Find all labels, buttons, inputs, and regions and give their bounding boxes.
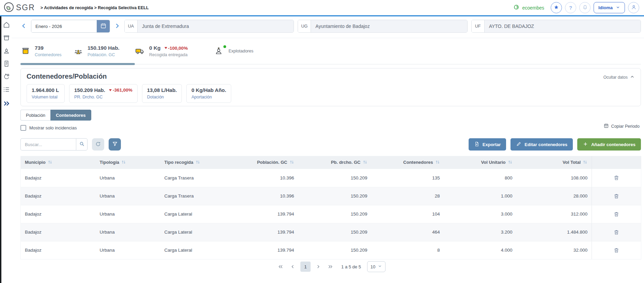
delete-row-button[interactable] <box>612 192 621 201</box>
sidebar-item-operators[interactable] <box>3 47 10 54</box>
column-header-tipologia[interactable]: Tipología <box>96 156 160 169</box>
sort-icon[interactable] <box>583 160 587 166</box>
sidebar-expand-button[interactable] <box>3 100 10 107</box>
sort-icon[interactable] <box>508 160 513 166</box>
truck-icon <box>135 46 145 56</box>
kpi-card-dotacion: 13,08 L/Hab. Dotación <box>142 84 182 103</box>
chevron-left-icon <box>20 25 27 30</box>
column-header-vol-total[interactable]: Vol Total <box>517 156 592 169</box>
online-status-dot <box>223 45 226 48</box>
table-toolbar: Exportar Editar contenedores Añadir cont… <box>20 138 641 151</box>
sidebar-item-processes[interactable] <box>3 73 10 80</box>
export-button[interactable]: Exportar <box>469 138 506 151</box>
table-header-row: Municipio Tipología Tipo recogida Poblac… <box>21 156 641 169</box>
sidebar <box>0 16 12 283</box>
sort-icon[interactable] <box>121 160 126 166</box>
column-header-tipo-recogida[interactable]: Tipo recogida <box>160 156 225 169</box>
tab-recogida-entregada[interactable]: 0 Kg -100,00% Recogida entregada <box>135 38 214 64</box>
column-header-pb-drcho-gc[interactable]: Pb. drcho. GC <box>298 156 372 169</box>
app-logo[interactable]: SGR <box>3 2 35 14</box>
sidebar-nav <box>1 21 12 107</box>
column-header-poblacion-gc[interactable]: Población. GC <box>225 156 298 169</box>
edit-containers-button[interactable]: Editar contenedores <box>511 138 573 151</box>
copy-period-button[interactable]: Copiar Periodo <box>603 123 640 129</box>
user-menu-button[interactable] <box>628 2 639 13</box>
ecoembes-brand: ecoembes <box>513 3 545 12</box>
pencil-icon <box>516 141 521 148</box>
cell-tipo-recogida: Carga Trasera <box>160 169 225 187</box>
cell-vol-total: 312.000 <box>517 205 592 223</box>
population-value: 150.190 Hab. <box>88 45 120 51</box>
ecoembes-logo-icon <box>513 3 521 12</box>
language-selector[interactable]: Idioma <box>594 2 625 13</box>
first-page-button[interactable] <box>276 263 285 271</box>
incidences-checkbox[interactable] <box>20 125 26 131</box>
tab-contenedores[interactable]: 739 Contenedores <box>20 38 73 64</box>
double-chevron-left-icon <box>278 264 283 269</box>
kpi-card-aportacion: 0 Kg/Hab Año. Aportación <box>186 84 231 103</box>
cell-vol-total: 108.000 <box>517 169 592 187</box>
help-button[interactable]: ? <box>565 2 576 13</box>
tab-poblacion-gc[interactable]: 150.190 Hab. Población. GC <box>73 38 135 64</box>
hide-data-toggle[interactable]: Ocultar datos <box>603 74 635 80</box>
uf-field[interactable]: UF AYTO. DE BADAJOZ <box>471 20 641 33</box>
sort-icon[interactable] <box>435 160 440 166</box>
calendar-button[interactable] <box>97 20 110 32</box>
delete-row-button[interactable] <box>612 228 621 237</box>
delete-row-button[interactable] <box>612 210 621 219</box>
column-header-municipio[interactable]: Municipio <box>21 156 96 169</box>
kpi-value: 0 Kg/Hab Año. <box>191 87 226 93</box>
chevron-down-icon <box>616 5 620 11</box>
search-button[interactable] <box>76 138 88 151</box>
notifications-button[interactable] <box>579 2 591 13</box>
next-page-button[interactable] <box>313 263 323 271</box>
ug-field[interactable]: UG Ayuntamiento de Badajoz <box>298 20 467 33</box>
cell-tipologia: Urbana <box>96 223 160 241</box>
home-icon <box>3 21 10 29</box>
sidebar-item-documents[interactable] <box>3 60 10 67</box>
sort-icon[interactable] <box>289 160 294 166</box>
containers-label: Contenedores <box>35 52 62 57</box>
pagination-range: 1 a 5 de 5 <box>341 264 361 269</box>
next-period-button[interactable] <box>114 22 121 30</box>
stats-tabs: 739 Contenedores 150.190 Hab. Población.… <box>20 38 641 64</box>
export-file-icon <box>474 141 480 148</box>
sidebar-item-list[interactable] <box>3 86 10 93</box>
sidebar-item-home[interactable] <box>3 21 10 29</box>
cell-poblacion-gc: 139.794 <box>225 205 298 223</box>
sort-icon[interactable] <box>48 160 52 166</box>
cell-poblacion-gc: 10.396 <box>225 187 298 205</box>
filter-bar: UA Junta de Extremadura UG Ayuntamiento … <box>20 19 641 33</box>
sync-gear-icon <box>3 73 10 80</box>
kpi-label: PR. Drcho. GC <box>74 95 132 99</box>
previous-page-button[interactable] <box>288 263 298 271</box>
search-input[interactable] <box>20 138 76 151</box>
sidebar-item-containers[interactable] <box>3 34 10 42</box>
cell-pb-drcho-gc: 150.209 <box>298 223 372 241</box>
ua-field[interactable]: UA Junta de Extremadura <box>124 20 294 33</box>
column-header-vol-unitario[interactable]: Vol Unitario <box>444 156 517 169</box>
cell-contenedores: 464 <box>372 223 444 241</box>
cell-municipio: Badajoz <box>21 187 96 205</box>
refresh-button[interactable] <box>92 138 104 151</box>
delete-row-button[interactable] <box>612 173 621 182</box>
delete-row-button[interactable] <box>612 246 621 255</box>
sort-icon[interactable] <box>195 160 200 166</box>
user-icon <box>631 4 637 11</box>
period-input[interactable] <box>31 20 97 32</box>
last-page-button[interactable] <box>326 263 335 271</box>
previous-period-button[interactable] <box>20 22 27 30</box>
page-size-select[interactable]: 10 <box>367 261 386 272</box>
tab-explotadores[interactable]: Explotadores <box>214 38 276 64</box>
toggle-poblacion[interactable]: Población <box>20 110 50 121</box>
current-page-button[interactable]: 1 <box>300 262 311 272</box>
add-containers-button[interactable]: Añadir contenedores <box>577 138 641 151</box>
kpi-label: Volumen total <box>32 95 60 99</box>
sort-icon[interactable] <box>363 160 367 166</box>
favorites-button[interactable] <box>551 2 562 13</box>
chevron-right-icon <box>315 264 321 269</box>
filter-button[interactable] <box>109 138 121 151</box>
kpi-card-volumen-total: 1.964.800 L Volumen total <box>27 84 65 103</box>
column-header-contenedores[interactable]: Contenedores <box>372 156 444 169</box>
toggle-contenedores[interactable]: Contenedores <box>50 110 91 121</box>
